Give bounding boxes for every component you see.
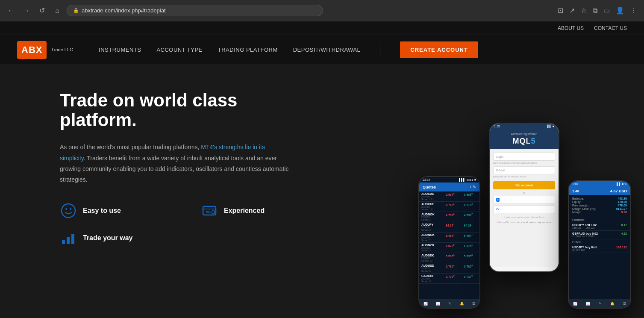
svg-rect-8 xyxy=(62,240,65,244)
nav-account-type[interactable]: ACCOUNT TYPE xyxy=(156,47,202,53)
bottom-icon-5: ☰ xyxy=(472,302,475,306)
window-icon[interactable]: ▭ xyxy=(602,5,612,16)
phone-right-bottom-bar: 📈 📊 ✎ 🔔 ☰ xyxy=(569,299,630,308)
mql5-header-title: Account registration xyxy=(493,132,555,135)
logo[interactable]: ABX Trade LLC xyxy=(17,41,73,59)
orders-header: Orders xyxy=(569,239,630,244)
trade-your-way-label: Trade your way xyxy=(83,234,133,242)
feature-easy-to-use: Easy to use xyxy=(60,202,175,219)
logo-right: Trade LLC xyxy=(49,47,73,53)
forward-button[interactable]: → xyxy=(21,5,32,17)
rb-icon-3: ✎ xyxy=(599,302,602,306)
order1-value: 186.122 xyxy=(616,246,627,251)
or-divider: or xyxy=(493,191,555,194)
svg-point-0 xyxy=(62,204,75,218)
quotes-list: AUDCAD22:34:03Spread: 1.9 0.9678 0.9689 … xyxy=(419,191,479,284)
quote-row: AUDSEK22:34:00Spread: 2.2 5.5356 5.5358 xyxy=(419,253,479,263)
navbar: ABX Trade LLC INSTRUMENTS ACCOUNT TYPE T… xyxy=(0,35,644,65)
phone-center-time: 1:15 xyxy=(494,125,500,128)
mql5-header: Account registration MQL5 xyxy=(490,129,559,149)
logo-box: ABX xyxy=(17,41,47,59)
profile-icon[interactable]: 👤 xyxy=(614,5,626,16)
extensions-icon[interactable]: ⧉ xyxy=(591,5,599,16)
about-us-link[interactable]: ABOUT US xyxy=(558,25,584,31)
quote-row: AUDCAD22:34:03Spread: 1.9 0.9678 0.9689 xyxy=(419,191,479,202)
free-margin-label: Free margin: xyxy=(572,204,589,207)
margin-level-row: Margin Level (%): 5111.07 xyxy=(572,207,627,210)
desc-part1: As one of the world's most popular tradi… xyxy=(60,144,201,150)
free-margin-row: Free margin: 478.09 xyxy=(572,204,627,207)
experienced-label: Experienced xyxy=(224,207,265,215)
position2-profit: 4.82 xyxy=(621,232,627,238)
svg-rect-10 xyxy=(71,234,74,244)
facebook-btn-label: Continue with Facebook xyxy=(501,199,529,201)
quote-row: AUDNZD22:34:21Spread: 3 1.0780 1.0781 xyxy=(419,243,479,253)
rb-icon-5: ☰ xyxy=(623,302,626,306)
login-hint: Latin characters and digits without spac… xyxy=(493,162,555,164)
url-text: abxtrade.com/index.php#tradeplat xyxy=(82,7,166,14)
nav-divider xyxy=(380,44,380,56)
svg-point-2 xyxy=(70,208,71,210)
bottom-icon-1: 📈 xyxy=(423,302,428,306)
browser-actions: ⊡ ↗ ☆ ⧉ ▭ 👤 ⋮ xyxy=(556,5,639,16)
email-hint: password will be emailed to you xyxy=(493,175,555,178)
bottom-icon-2: 📊 xyxy=(436,302,440,306)
logo-trade-text: Trade LLC xyxy=(51,47,73,53)
get-account-button[interactable]: Get account xyxy=(493,181,555,189)
google-btn-label: Sign in with Google xyxy=(500,208,523,211)
rb-icon-4: 🔔 xyxy=(610,302,615,306)
order1-pair: USDJPY buy limit xyxy=(572,246,597,249)
home-button[interactable]: ⌂ xyxy=(51,5,63,17)
facebook-icon: f xyxy=(496,198,500,202)
login-input[interactable]: Login xyxy=(493,153,555,161)
free-margin-value: 478.09 xyxy=(618,204,627,207)
experienced-icon xyxy=(201,202,218,219)
phone-right: 1:40 ▌▌ ■ ⇅ 1:40 4.67 USD Balance: 463.8… xyxy=(568,180,631,309)
contact-us-link[interactable]: CONTACT US xyxy=(594,25,627,31)
position-row-2: GBPAUD buy 0.02 2.17062 — 2.18011 4.82 xyxy=(569,231,630,239)
create-account-button[interactable]: CREATE ACCOUNT xyxy=(400,41,478,58)
quote-row: CADCHF22:34:00Spread: 3 0.7370 0.7370 xyxy=(419,274,479,284)
nav-instruments[interactable]: INSTRUMENTS xyxy=(99,47,141,53)
trade-currency: 4.67 USD xyxy=(610,189,627,193)
mql5-visit-text: Visit mql5.com to access all community s… xyxy=(493,221,555,224)
hero-section: Trade on world class platform. As one of… xyxy=(0,65,644,317)
nav-deposit-withdrawal[interactable]: DEPOSIT/WITHDRAWAL xyxy=(293,47,361,53)
menu-icon[interactable]: ⋮ xyxy=(629,5,639,16)
balance-value: 463.89 xyxy=(618,197,627,200)
position1-pair: USDJPY sell 0.02 xyxy=(572,224,597,227)
nav-trading-platform[interactable]: TRADING PLATFORM xyxy=(218,47,278,53)
google-button[interactable]: G Sign in with Google xyxy=(493,205,555,213)
phone-center-signal: ▌▌ ■ xyxy=(547,125,554,128)
trade-your-way-icon xyxy=(60,230,77,247)
screenshot-icon[interactable]: ⊡ xyxy=(556,5,565,16)
mql5-footer-text: If you have an account, please login xyxy=(493,216,555,218)
position2-detail: 2.17062 — 2.18011 xyxy=(572,235,598,238)
equity-row: Equity: 478.08 xyxy=(572,200,627,203)
google-icon: G xyxy=(496,207,499,211)
equity-value: 478.08 xyxy=(618,200,627,203)
email-input[interactable]: E-Mail xyxy=(493,166,555,174)
phone-center: 1:15 ▌▌ ■ Account registration MQL5 Logi… xyxy=(489,123,559,272)
balance-row: Balance: 463.89 xyxy=(572,197,627,200)
bookmark-icon[interactable]: ☆ xyxy=(579,5,588,16)
bottom-icon-3: ✎ xyxy=(448,302,451,306)
address-bar[interactable]: 🔒 abxtrade.com/index.php#tradeplat xyxy=(67,5,323,16)
balance-label: Balance: xyxy=(572,197,584,200)
reload-button[interactable]: ↺ xyxy=(36,5,48,17)
lock-icon: 🔒 xyxy=(73,8,79,13)
rb-icon-2: 📊 xyxy=(586,302,590,306)
back-button[interactable]: ← xyxy=(5,5,17,17)
phones-container: 22:34 ▌▌▌ ●●●● ■ Quotes + ✎ AUDCAD22:34:… xyxy=(418,74,631,318)
position1-detail: 188.101 — 188.122 xyxy=(572,227,597,229)
phone-right-signal: ▌▌ ■ ⇅ xyxy=(617,183,627,186)
position-row-1: USDJPY sell 0.02 188.101 — 188.122 0.17 xyxy=(569,222,630,231)
desc-part2: . Traders benefit from a wide variety of… xyxy=(60,155,288,183)
facebook-button[interactable]: f Continue with Facebook xyxy=(493,196,555,204)
share-icon[interactable]: ↗ xyxy=(568,5,576,16)
features-grid: Easy to use Experienced xyxy=(60,202,316,247)
top-bar: ABOUT US CONTACT US xyxy=(0,21,644,35)
phone-left-time: 22:34 xyxy=(423,178,430,181)
phone-left: 22:34 ▌▌▌ ●●●● ■ Quotes + ✎ AUDCAD22:34:… xyxy=(418,176,480,309)
bottom-icon-4: 🔔 xyxy=(460,302,464,306)
